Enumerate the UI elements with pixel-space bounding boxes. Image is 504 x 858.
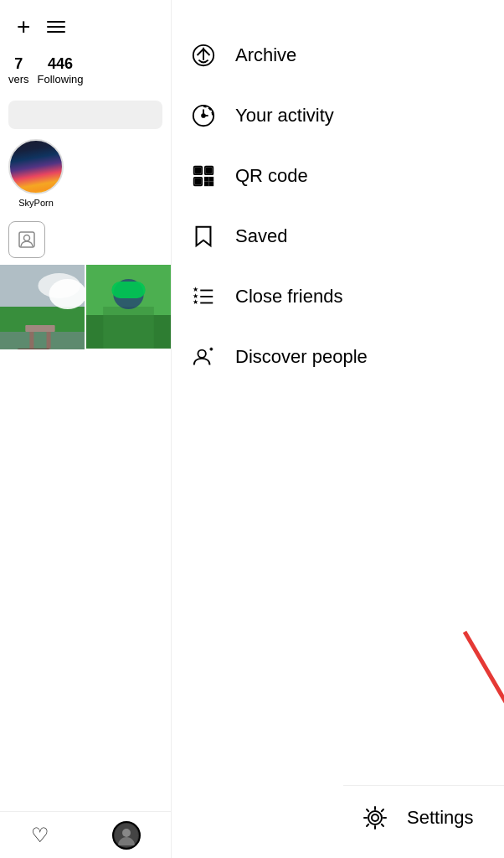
avatar-svg	[115, 824, 138, 847]
photo-greenhair	[86, 265, 171, 349]
highlight-circle-skyporn	[8, 139, 64, 194]
followers-stat[interactable]: 7 vers	[8, 55, 29, 85]
settings-area[interactable]: Settings	[343, 785, 504, 858]
svg-point-45	[368, 811, 382, 824]
saved-svg	[191, 224, 216, 249]
qr-svg	[191, 163, 216, 189]
svg-point-39	[198, 350, 205, 358]
followers-label: vers	[8, 73, 29, 85]
archive-icon	[188, 40, 219, 70]
right-panel: Archive Your activity	[172, 0, 504, 858]
close-friends-svg: ★ ★ ★	[191, 284, 216, 309]
discover-label: Discover people	[235, 346, 368, 368]
stats-row: 7 vers 446 Following	[0, 47, 171, 85]
svg-rect-29	[205, 178, 208, 181]
outdoor-svg	[0, 265, 85, 349]
new-post-icon[interactable]: +	[17, 15, 30, 39]
close-friends-label: Close friends	[235, 286, 342, 308]
svg-rect-9	[25, 325, 54, 332]
svg-text:★: ★	[193, 298, 198, 306]
qr-label: QR code	[235, 165, 308, 187]
menu-list: Archive Your activity	[172, 0, 504, 858]
menu-item-saved[interactable]: Saved	[188, 206, 479, 266]
svg-rect-31	[205, 183, 208, 186]
person-icon	[17, 230, 37, 250]
grid-photo-1[interactable]	[0, 265, 85, 349]
greenhair-svg	[86, 265, 171, 349]
profile-avatar[interactable]	[112, 821, 141, 850]
photo-outdoor	[0, 265, 85, 349]
following-label: Following	[38, 73, 84, 85]
contact-icon-area	[8, 221, 45, 258]
highlights-row: SkyPorn	[0, 139, 171, 208]
activity-svg	[191, 103, 216, 128]
bottom-nav: ♡	[0, 811, 172, 858]
qr-icon	[188, 161, 219, 191]
menu-icon[interactable]	[47, 21, 65, 33]
settings-icon	[360, 803, 390, 833]
archive-svg	[191, 43, 216, 68]
followers-number: 7	[14, 55, 23, 73]
svg-rect-26	[207, 168, 212, 173]
svg-rect-28	[196, 179, 201, 184]
svg-rect-13	[103, 307, 154, 349]
contact-icon	[8, 221, 45, 258]
svg-point-17	[122, 829, 131, 837]
menu-item-archive[interactable]: Archive	[188, 25, 479, 85]
activity-icon	[188, 101, 219, 131]
following-number: 446	[48, 55, 73, 73]
svg-rect-30	[210, 178, 213, 181]
archive-label: Archive	[235, 44, 296, 66]
grid-photos	[0, 265, 171, 349]
discover-icon	[188, 342, 219, 372]
menu-item-activity[interactable]: Your activity	[188, 85, 479, 146]
search-bar[interactable]	[8, 101, 162, 129]
menu-item-qr[interactable]: QR code	[188, 146, 479, 206]
svg-rect-15	[111, 282, 145, 298]
saved-icon	[188, 221, 219, 251]
following-stat[interactable]: 446 Following	[38, 55, 84, 85]
svg-point-1	[24, 235, 30, 241]
left-panel: + 7 vers 446 Following SkyPorn	[0, 0, 172, 858]
svg-rect-32	[210, 183, 213, 186]
top-icons: +	[0, 0, 171, 47]
menu-item-close-friends[interactable]: ★ ★ ★ Close friends	[188, 266, 479, 327]
grid-photo-2[interactable]	[86, 265, 171, 349]
settings-svg	[363, 805, 388, 830]
highlight-label-skyporn: SkyPorn	[18, 198, 54, 208]
activity-label: Your activity	[235, 105, 334, 127]
svg-point-22	[202, 114, 205, 117]
discover-svg	[191, 344, 216, 370]
heart-icon[interactable]: ♡	[31, 824, 49, 847]
close-friends-icon: ★ ★ ★	[188, 282, 219, 312]
svg-rect-5	[0, 332, 85, 349]
menu-item-discover[interactable]: Discover people	[188, 327, 479, 387]
svg-point-10	[49, 279, 85, 309]
highlight-skyporn[interactable]: SkyPorn	[8, 139, 64, 208]
saved-label: Saved	[235, 225, 287, 247]
svg-rect-24	[196, 168, 201, 173]
settings-label: Settings	[407, 807, 474, 829]
svg-point-44	[372, 814, 378, 821]
